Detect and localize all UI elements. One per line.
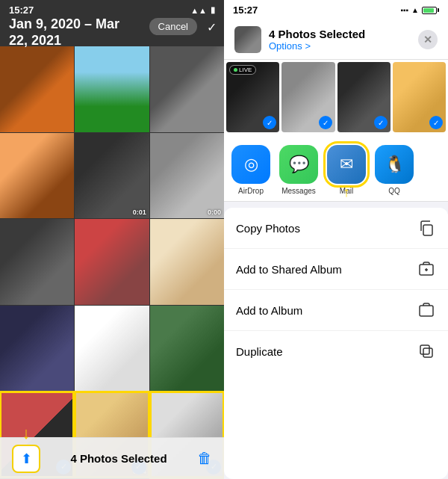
preview-check: ✓: [263, 116, 276, 129]
app-messages[interactable]: 💬 Messages: [278, 145, 320, 195]
svg-rect-0: [423, 225, 432, 235]
status-icons-right: ▪▪▪ ▲: [400, 6, 439, 14]
duration-label: 0:00: [208, 208, 221, 216]
sheet-header: 4 Photos Selected Options > ✕: [224, 19, 448, 60]
mail-arrow-indicator: ↑: [343, 185, 350, 200]
messages-glyph: 💬: [289, 155, 309, 174]
photo-cell[interactable]: [150, 46, 224, 132]
mail-glyph: ✉: [340, 155, 353, 174]
preview-check: ✓: [429, 116, 443, 129]
photo-cell[interactable]: 0:01: [75, 133, 149, 219]
preview-photo[interactable]: ✓: [281, 62, 335, 132]
photo-cell[interactable]: [150, 219, 224, 305]
photo-cell[interactable]: 0:00: [150, 133, 224, 219]
preview-strip: LIVE ✓ ✓ ✓ ✓: [224, 60, 448, 135]
app-icons-row: ◎ AirDrop 💬 Messages ✉ ↑ Mail 🐧 QQ: [224, 135, 448, 202]
right-panel: 15:27 ▪▪▪ ▲ 4 Photos Selected Options > …: [224, 0, 448, 479]
date-range: Jan 9, 2020 – Mar 22, 2021: [9, 16, 119, 49]
svg-rect-3: [423, 348, 432, 357]
battery-indicator: [422, 7, 439, 14]
messages-label: Messages: [281, 187, 316, 195]
preview-check: ✓: [374, 116, 388, 129]
battery-icon: ▮: [211, 5, 215, 15]
trash-icon: 🗑: [197, 450, 212, 466]
photo-cell[interactable]: [0, 133, 74, 219]
duplicate-label: Duplicate: [236, 345, 283, 358]
qq-glyph: 🐧: [385, 155, 405, 174]
delete-button[interactable]: 🗑: [197, 450, 212, 467]
options-button[interactable]: Options >: [269, 40, 365, 52]
photo-cell[interactable]: [75, 219, 149, 305]
duration-label: 0:01: [133, 208, 146, 216]
cancel-button[interactable]: Cancel: [149, 18, 197, 35]
preview-check: ✓: [319, 116, 332, 129]
duplicate-icon: [417, 342, 436, 361]
arrow-indicator: ↓: [22, 424, 31, 443]
copy-photos-icon: [417, 218, 436, 238]
add-shared-album-icon: [417, 259, 436, 279]
time-left: 15:27: [9, 4, 34, 16]
photo-cell[interactable]: [0, 46, 74, 132]
share-icon: ⬆: [21, 451, 32, 467]
sheet-title-area: 4 Photos Selected Options >: [234, 26, 365, 53]
photo-cell[interactable]: [150, 306, 224, 392]
wifi-icon-right: ▲: [411, 6, 419, 14]
copy-photos-label: Copy Photos: [236, 222, 300, 235]
qq-icon: 🐧: [375, 145, 414, 184]
share-button[interactable]: ⬆: [12, 445, 40, 473]
live-badge: LIVE: [229, 65, 256, 75]
qq-label: QQ: [388, 187, 400, 195]
add-shared-album-label: Add to Shared Album: [236, 263, 342, 276]
preview-photo[interactable]: LIVE ✓: [226, 62, 279, 132]
add-album-icon: [417, 300, 436, 320]
action-list: Copy Photos Add to Shared Album Add to A…: [224, 208, 448, 479]
sheet-title-group: 4 Photos Selected Options >: [269, 28, 365, 52]
photo-grid: 0:01 0:00 ✓ 0:04 ✓ ✓ ✓: [0, 0, 224, 479]
time-right: 15:27: [233, 4, 258, 16]
action-add-shared-album[interactable]: Add to Shared Album: [224, 249, 448, 290]
airdrop-label: AirDrop: [238, 187, 264, 195]
action-copy-photos[interactable]: Copy Photos: [224, 208, 448, 249]
photo-cell[interactable]: [75, 306, 149, 392]
status-bar-right: 15:27 ▪▪▪ ▲: [224, 0, 448, 19]
action-add-album[interactable]: Add to Album: [224, 290, 448, 331]
photos-thumbnail: [234, 26, 261, 53]
preview-photo[interactable]: ✓: [393, 62, 446, 132]
sheet-title: 4 Photos Selected: [269, 28, 365, 40]
photo-cell[interactable]: [75, 46, 149, 132]
app-mail[interactable]: ✉ ↑ Mail: [326, 145, 367, 195]
app-airdrop[interactable]: ◎ AirDrop: [230, 145, 272, 195]
photo-cell[interactable]: [0, 306, 74, 392]
preview-photo[interactable]: ✓: [337, 62, 391, 132]
left-panel: 15:27 ▲▲ ▮ Jan 9, 2020 – Mar 22, 2021 Ca…: [0, 0, 224, 479]
select-all-button[interactable]: ✓: [207, 20, 217, 34]
selected-count-label: 4 Photos Selected: [70, 452, 167, 465]
action-duplicate[interactable]: Duplicate: [224, 331, 448, 371]
messages-icon: 💬: [279, 145, 318, 184]
airdrop-glyph: ◎: [244, 155, 258, 174]
mail-icon: ✉ ↑: [327, 145, 366, 184]
svg-rect-4: [420, 345, 429, 354]
airdrop-icon: ◎: [231, 145, 270, 184]
live-dot: [234, 68, 237, 72]
status-icons-left: ▲▲ ▮: [190, 5, 215, 15]
svg-rect-2: [420, 306, 433, 316]
photo-cell[interactable]: [0, 219, 74, 305]
share-button-container: ↓ ⬆: [12, 445, 40, 473]
bottom-bar: ↓ ⬆ 4 Photos Selected 🗑: [0, 437, 224, 479]
app-qq[interactable]: 🐧 QQ: [373, 145, 415, 195]
close-icon: ✕: [423, 34, 432, 46]
close-button[interactable]: ✕: [418, 30, 438, 49]
signal-icon: ▪▪▪: [400, 6, 408, 14]
add-album-label: Add to Album: [236, 304, 302, 317]
checkmark-icon: ✓: [207, 21, 217, 34]
wifi-icon: ▲▲: [190, 6, 207, 15]
